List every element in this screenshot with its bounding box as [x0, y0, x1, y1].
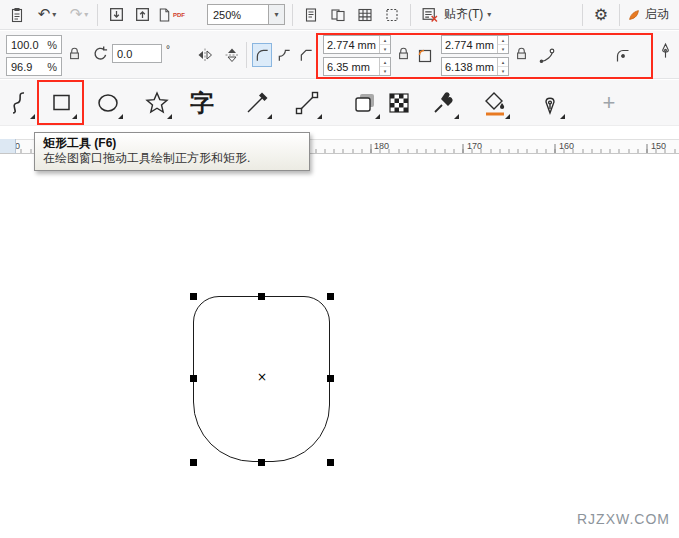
selection-handle-bottom-right[interactable] — [327, 459, 334, 466]
polygon-star-tool[interactable] — [139, 84, 175, 122]
mirror-vertical-icon — [224, 46, 240, 64]
add-tool-button[interactable]: + — [591, 84, 627, 122]
lock-corners-left-button[interactable] — [397, 46, 410, 61]
undo-button[interactable]: ↶ ▾ — [36, 3, 58, 27]
rectangle-tool[interactable] — [44, 84, 80, 122]
watermark: RJZXW.COM — [577, 511, 670, 527]
import-button[interactable] — [105, 3, 127, 27]
lock-ratio-button[interactable] — [68, 46, 81, 61]
standard-toolbar: ↶ ▾ ↷ ▾ PDF 2 — [0, 0, 679, 30]
rectangle-tool-tooltip: 矩形工具 (F6) 在绘图窗口拖动工具绘制正方形和矩形. — [34, 132, 310, 171]
page-border-button[interactable] — [381, 3, 403, 27]
lock-icon — [397, 46, 410, 61]
view-spread-button[interactable] — [327, 3, 349, 27]
selection-handle-top-mid[interactable] — [258, 293, 265, 300]
zoom-combobox[interactable]: 250% ▾ — [207, 4, 285, 25]
clipboard-icon — [9, 7, 25, 23]
pen-tool[interactable] — [532, 84, 568, 122]
spinner[interactable]: ▴ ▾ — [379, 36, 390, 53]
scale-x-unit: % — [43, 39, 57, 51]
edit-corners-together-button[interactable] — [414, 44, 436, 68]
corner-radius-top-left-field[interactable]: 2.774 mm ▴ ▾ — [323, 35, 391, 54]
scale-fields: 100.0 % 96.9 % — [6, 35, 62, 76]
spinner-down-icon[interactable]: ▾ — [498, 67, 508, 75]
spinner-up-icon[interactable]: ▴ — [380, 58, 390, 67]
ellipse-tool[interactable] — [90, 84, 126, 122]
scalloped-corner-icon — [277, 48, 292, 63]
spinner-down-icon[interactable]: ▾ — [380, 45, 390, 53]
zoom-value[interactable]: 250% — [207, 4, 269, 25]
pages-icon — [330, 7, 346, 23]
corner-radius-left-pair: 2.774 mm ▴ ▾ 6.35 mm ▴ ▾ — [323, 35, 391, 76]
text-tool[interactable]: 字 — [184, 84, 220, 122]
snap-dropdown[interactable]: 贴齐(T) ▾ — [444, 6, 491, 23]
scalloped-corner-button[interactable] — [274, 43, 294, 67]
spinner[interactable]: ▴ ▾ — [497, 36, 508, 53]
scale-x-field[interactable]: 100.0 % — [6, 35, 62, 54]
eyedropper-tool[interactable] — [426, 84, 462, 122]
spinner[interactable]: ▴ ▾ — [379, 58, 390, 75]
pdf-page-icon — [157, 7, 172, 23]
corner-radius-top-right-field[interactable]: 2.774 mm ▴ ▾ — [441, 35, 509, 54]
spinner-down-icon[interactable]: ▾ — [380, 67, 390, 75]
paste-button[interactable] — [6, 3, 28, 27]
corner-radius-bottom-left-field[interactable]: 6.35 mm ▴ ▾ — [323, 57, 391, 76]
curve-tool[interactable] — [2, 84, 38, 122]
options-button[interactable]: ⚙ — [590, 3, 612, 27]
degree-symbol: ° — [166, 44, 170, 55]
snap-off-button[interactable] — [418, 3, 440, 27]
pattern-fill-tool[interactable] — [381, 84, 417, 122]
undo-icon: ↶ — [38, 7, 51, 22]
relative-corner-scaling-button[interactable] — [536, 44, 558, 68]
ruler-number: 180 — [374, 141, 389, 151]
separator — [410, 4, 411, 26]
rotation-angle-field[interactable]: 0.0 — [112, 44, 162, 63]
drop-shadow-tool[interactable] — [347, 84, 383, 122]
mirror-horizontal-button[interactable] — [194, 43, 216, 67]
corner-radius-bottom-right-field[interactable]: 6.138 mm ▴ ▾ — [441, 57, 509, 76]
lock-corners-right-button[interactable] — [515, 46, 528, 61]
outline-pen-button[interactable] — [658, 42, 673, 62]
page-sorter-button[interactable] — [354, 3, 376, 27]
view-normal-button[interactable] — [300, 3, 322, 27]
fountain-nib-icon — [537, 90, 563, 116]
smart-fill-tool[interactable] — [477, 84, 513, 122]
spinner-up-icon[interactable]: ▴ — [498, 36, 508, 45]
ruler-corner — [0, 139, 16, 154]
selection-handle-mid-left[interactable] — [190, 375, 197, 382]
plus-icon: + — [603, 92, 616, 114]
flyout-indicator — [454, 114, 459, 119]
export-button[interactable] — [131, 3, 153, 27]
mirror-vertical-button[interactable] — [221, 43, 243, 67]
launch-button[interactable]: 启动 — [627, 6, 669, 23]
redo-dropdown-icon[interactable]: ▾ — [84, 10, 88, 19]
selection-handle-bottom-mid[interactable] — [258, 459, 265, 466]
selection-handle-bottom-left[interactable] — [190, 459, 197, 466]
spinner[interactable]: ▴ ▾ — [497, 58, 508, 75]
redo-button[interactable]: ↷ ▾ — [68, 3, 90, 27]
separator — [97, 4, 98, 26]
publish-pdf-button[interactable]: PDF — [157, 3, 185, 27]
flyout-indicator — [72, 114, 77, 119]
line-tool[interactable] — [239, 84, 275, 122]
drawing-canvas[interactable] — [0, 126, 679, 538]
zoom-dropdown-button[interactable]: ▾ — [269, 4, 285, 25]
selection-handle-top-right[interactable] — [327, 293, 334, 300]
selection-handle-mid-right[interactable] — [327, 375, 334, 382]
text-tool-icon: 字 — [190, 91, 214, 115]
chamfered-corner-button[interactable] — [296, 43, 316, 67]
polyline-tool[interactable] — [289, 84, 325, 122]
corner-options-button[interactable] — [612, 44, 634, 68]
selection-handle-top-left[interactable] — [190, 293, 197, 300]
undo-dropdown-icon[interactable]: ▾ — [52, 10, 56, 19]
tooltip-title: 矩形工具 (F6) — [43, 135, 301, 151]
round-corner-button[interactable] — [252, 43, 272, 67]
spinner-down-icon[interactable]: ▾ — [498, 45, 508, 53]
scale-y-field[interactable]: 96.9 % — [6, 57, 62, 76]
spinner-up-icon[interactable]: ▴ — [380, 36, 390, 45]
rotation-value: 0.0 — [117, 48, 132, 60]
spinner-up-icon[interactable]: ▴ — [498, 58, 508, 67]
snap-label: 贴齐(T) — [444, 6, 483, 23]
rotate-button[interactable] — [92, 45, 109, 62]
redo-icon: ↷ — [70, 7, 83, 22]
